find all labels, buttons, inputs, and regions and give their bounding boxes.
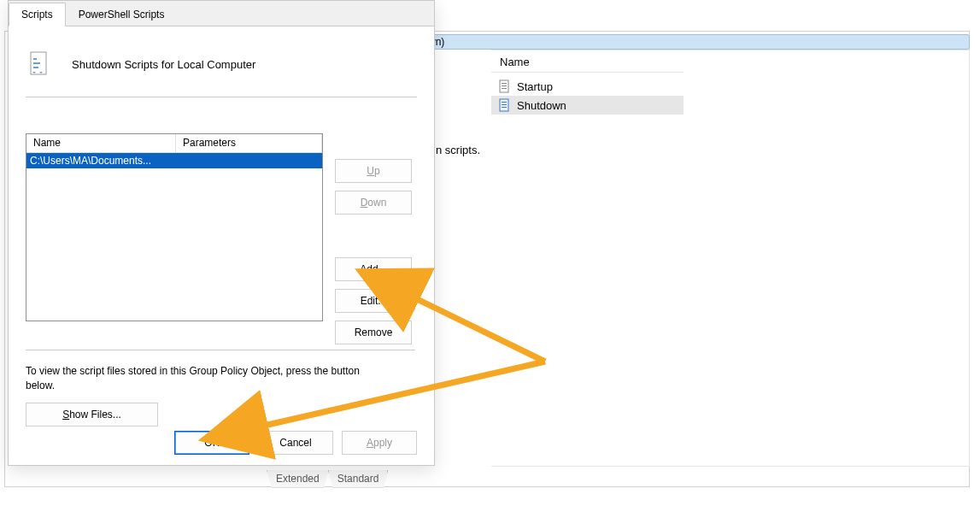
apply-label: Apply	[367, 437, 392, 449]
apply-button[interactable]: Apply	[342, 431, 417, 455]
down-button-label: Down	[361, 197, 387, 209]
svg-rect-1	[502, 83, 507, 84]
tab-standard-label: Standard	[337, 473, 379, 485]
mmc-desc-fragment: n scripts.	[436, 144, 480, 156]
ok-label: OK	[204, 437, 219, 449]
down-button[interactable]: Down	[335, 191, 412, 215]
tab-scripts[interactable]: Scripts	[9, 3, 66, 26]
script-row-name: C:\Users\MA\Documents...	[30, 155, 151, 167]
tab-extended-label: Extended	[276, 473, 320, 485]
shutdown-properties-dialog: Scripts PowerShell Scripts Shutdown Scri…	[8, 0, 435, 466]
svg-rect-3	[502, 88, 507, 89]
col-parameters[interactable]: Parameters	[176, 134, 322, 152]
add-button[interactable]: Add...	[335, 257, 412, 281]
tab-powershell-label: PowerShell Scripts	[79, 9, 165, 21]
script-icon	[498, 98, 512, 112]
svg-rect-2	[502, 85, 507, 86]
show-files-button[interactable]: Show Files...	[26, 403, 158, 427]
tab-extended[interactable]: Extended	[267, 470, 329, 488]
dialog-footer: OK Cancel Apply	[9, 431, 434, 455]
script-icon	[498, 79, 512, 93]
tab-powershell-scripts[interactable]: PowerShell Scripts	[66, 3, 178, 26]
add-button-label: Add...	[360, 263, 386, 275]
mmc-column-header[interactable]: Name	[491, 51, 684, 73]
up-button-label: Up	[367, 165, 379, 177]
edit-button-label: Edit...	[361, 295, 387, 307]
mmc-row-startup[interactable]: Startup	[491, 77, 684, 96]
col-name-label: Name	[33, 137, 61, 149]
scripts-list-header: Name Parameters	[26, 134, 322, 153]
dialog-title: Shutdown Scripts for Local Computer	[72, 58, 255, 71]
col-name[interactable]: Name	[26, 134, 176, 152]
remove-button-label: Remove	[355, 327, 393, 338]
divider	[26, 97, 417, 97]
mmc-column-header-label: Name	[500, 56, 530, 68]
cancel-label: Cancel	[279, 437, 311, 449]
dialog-tabstrip: Scripts PowerShell Scripts	[9, 1, 434, 26]
dialog-body: Shutdown Scripts for Local Computer Name…	[9, 26, 434, 465]
svg-rect-7	[502, 107, 507, 108]
mmc-bottom-tabs: Extended Standard	[267, 468, 387, 489]
tab-scripts-label: Scripts	[21, 9, 53, 21]
hint-text: To view the script files stored in this …	[26, 364, 384, 393]
mmc-row-label: Shutdown	[517, 99, 566, 112]
dialog-title-row: Shutdown Scripts for Local Computer	[26, 50, 417, 78]
script-row[interactable]: C:\Users\MA\Documents...	[26, 153, 322, 168]
mmc-row-label: Startup	[517, 80, 553, 93]
ok-button[interactable]: OK	[174, 431, 249, 455]
show-files-label: Show Files...	[62, 409, 121, 421]
cancel-button[interactable]: Cancel	[258, 431, 333, 455]
document-script-icon	[26, 50, 53, 78]
up-button[interactable]: Up	[335, 159, 412, 183]
scripts-list[interactable]: Name Parameters C:\Users\MA\Documents...	[26, 133, 323, 321]
tab-standard[interactable]: Standard	[328, 470, 389, 488]
svg-rect-6	[502, 104, 507, 105]
mmc-row-shutdown[interactable]: Shutdown	[491, 96, 684, 115]
list-side-buttons: Up Down Add... Edit... Remove	[335, 159, 412, 344]
edit-button[interactable]: Edit...	[335, 289, 412, 313]
divider	[26, 350, 415, 350]
svg-rect-5	[502, 102, 507, 103]
remove-button[interactable]: Remove	[335, 321, 412, 344]
col-parameters-label: Parameters	[183, 137, 236, 149]
